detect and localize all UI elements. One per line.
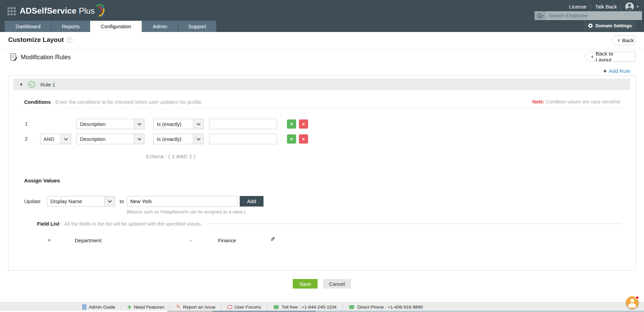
conditions-note: Note: Condition values are case sensitiv… — [532, 99, 621, 104]
forum-chat-icon — [227, 305, 232, 309]
tab-support[interactable]: Support — [178, 21, 216, 32]
back-button-label: Back — [622, 37, 634, 44]
cancel-button[interactable]: Cancel — [323, 279, 351, 289]
adselfservice-plus-app: ADSelfService Plus License Talk Back ▾ ▾ — [0, 0, 644, 312]
condition-field-select[interactable]: Description — [77, 119, 145, 129]
criteria-text: Criteria : ( 1 AND 2 ) — [146, 153, 196, 159]
rule-panel: ▼ ✓ Rule 1 Conditions - Enter the condit… — [8, 76, 636, 270]
report-pencil-icon: ✎ — [176, 304, 181, 310]
field-row-separator: - — [190, 237, 191, 243]
admin-guide-link[interactable]: Admin Guide — [77, 305, 121, 310]
condition-value-input[interactable] — [209, 134, 277, 144]
field-row-name: Department — [75, 237, 101, 243]
user-forums-link[interactable]: User Forums — [222, 305, 267, 310]
footer-bar: Admin Guide ✻ Need Features ✎ Report an … — [0, 302, 644, 311]
brand-name-bold: ADSelfService — [20, 4, 77, 18]
top-header: ADSelfService Plus License Talk Back ▾ ▾ — [0, 0, 644, 32]
user-avatar-icon[interactable] — [625, 2, 634, 11]
to-label: to — [120, 198, 124, 204]
conditions-description: - Enter the conditions to be checked whe… — [52, 99, 203, 105]
edit-pencil-icon[interactable]: ✎ — [270, 236, 275, 243]
add-condition-button[interactable]: + — [287, 134, 296, 144]
top-link-divider — [621, 4, 621, 10]
chevron-down-icon — [61, 134, 71, 144]
condition-logic-select[interactable]: AND — [40, 134, 71, 144]
save-button[interactable]: Save — [293, 279, 318, 289]
tab-admin[interactable]: Admin — [142, 21, 178, 32]
conditions-heading: Conditions - Enter the conditions to be … — [24, 99, 203, 105]
macro-hint: [Macros such as %ldapName% can be assign… — [127, 209, 245, 214]
rule-header-bar[interactable]: ▼ ✓ Rule 1 — [13, 79, 630, 90]
search-icon — [537, 13, 542, 18]
field-list-description: - All the fields in the list will be upd… — [62, 221, 202, 227]
condition-row-number: 1 — [25, 121, 28, 127]
rule-enabled-check-icon: ✓ — [28, 81, 35, 88]
top-links: License Talk Back ▾ — [569, 2, 639, 11]
back-button[interactable]: ‹ Back — [611, 35, 635, 45]
add-rule-link[interactable]: + Add Rule — [603, 68, 630, 75]
domain-settings-label: Domain Settings — [595, 23, 632, 28]
direct-phone-number[interactable]: ☎ Direct Phone : +1-408-916-9890 — [343, 305, 429, 310]
chevron-down-icon — [193, 119, 203, 129]
support-chat-button[interactable] — [626, 296, 639, 309]
brand-logo[interactable]: ADSelfService Plus — [20, 4, 106, 18]
search-caret-icon: ▾ — [542, 14, 544, 17]
conditions-divider — [20, 109, 624, 109]
search-input[interactable] — [546, 11, 642, 20]
talkback-link[interactable]: Talk Back — [595, 4, 617, 10]
back-chevron-icon: ‹ — [591, 53, 593, 59]
field-list-heading: Field List — [37, 221, 60, 227]
chevron-down-icon — [104, 196, 115, 206]
remove-field-button[interactable]: × — [47, 237, 52, 243]
tab-dashboard[interactable]: Dashboard — [5, 21, 51, 32]
need-features-link[interactable]: ✻ Need Features — [121, 305, 170, 310]
field-row-value: Finance — [218, 237, 236, 243]
license-link[interactable]: License — [569, 4, 587, 10]
section-title: Modification Rules — [21, 54, 71, 61]
assign-value-input[interactable] — [127, 196, 238, 207]
note-label: Note: — [532, 99, 545, 104]
condition-operator-select[interactable]: Is (exactly) — [153, 119, 204, 129]
help-icon[interactable]: ? — [67, 37, 72, 43]
modification-rules-icon — [10, 53, 18, 62]
employee-search: ▾ — [535, 11, 642, 20]
page-title: Customize Layout — [8, 36, 64, 44]
add-field-button[interactable]: Add — [240, 196, 264, 207]
chevron-down-icon — [134, 134, 144, 144]
condition-operator-select[interactable]: Is (exactly) — [153, 134, 204, 144]
search-scope-button[interactable]: ▾ — [535, 11, 546, 20]
bottom-edge-strip — [0, 311, 644, 312]
assign-field-select[interactable]: Display Name — [47, 196, 115, 207]
top-link-divider — [591, 4, 591, 10]
tab-configuration[interactable]: Configuration — [90, 21, 142, 32]
section-heading-row: Modification Rules — [10, 53, 71, 62]
feature-asterisk-icon: ✻ — [127, 305, 132, 310]
condition-field-select[interactable]: Description — [77, 134, 145, 144]
field-list-divider — [207, 224, 621, 224]
condition-value-input[interactable] — [209, 119, 277, 129]
brand-name-light: Plus — [79, 4, 95, 18]
apps-grid-icon[interactable] — [7, 7, 16, 15]
toll-free-number[interactable]: ☎ Toll free : +1-844-245-1104 — [267, 305, 342, 310]
add-condition-button[interactable]: + — [287, 119, 296, 129]
note-text: Condition values are case sensitive — [546, 99, 621, 104]
remove-condition-button[interactable]: × — [299, 134, 308, 144]
user-menu-caret-icon[interactable]: ▾ — [637, 4, 639, 9]
phone-icon: ☎ — [349, 305, 355, 310]
assign-values-heading: Assign Values — [24, 178, 60, 184]
chevron-down-icon — [134, 119, 144, 129]
back-to-layout-label: Back to Layout — [596, 51, 630, 63]
condition-row-number: 2 — [25, 136, 28, 142]
back-to-layout-button[interactable]: ‹ Back to Layout — [584, 52, 635, 62]
book-icon — [82, 305, 86, 310]
rule-title: Rule 1 — [40, 82, 55, 87]
collapse-caret-icon[interactable]: ▼ — [19, 82, 23, 86]
report-issue-link[interactable]: ✎ Report an Issue — [170, 304, 221, 310]
plus-icon: + — [603, 68, 607, 75]
add-rule-label: Add Rule — [609, 68, 630, 74]
field-list-heading-row: Field List - All the fields in the list … — [37, 221, 621, 227]
brand-swoosh-icon — [95, 3, 106, 18]
tab-reports[interactable]: Reports — [52, 21, 90, 32]
remove-condition-button[interactable]: × — [299, 119, 308, 129]
domain-settings-button[interactable]: Domain Settings — [584, 21, 636, 30]
